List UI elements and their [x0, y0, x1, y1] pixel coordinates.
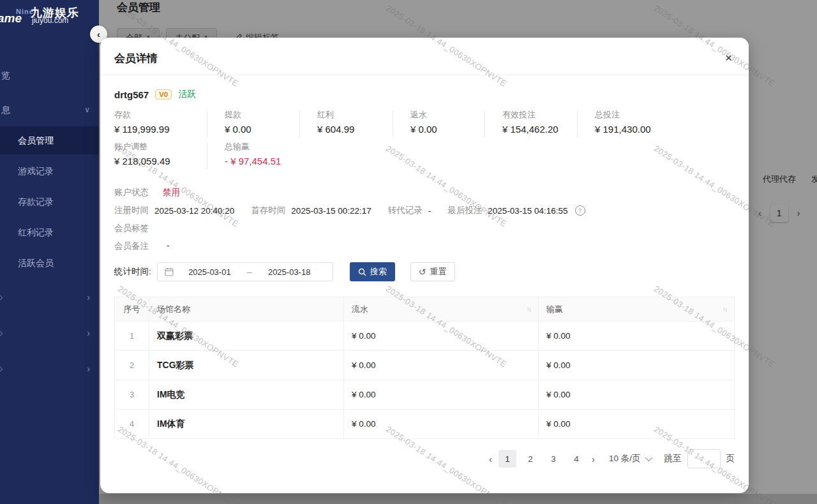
cell-venue: IM电竞 — [149, 380, 344, 410]
table-header-row: 序号 场馆名称 流水 ↑↓ 输赢 ↑↓ — [115, 297, 735, 322]
stats-time-label: 统计时间: — [114, 266, 151, 278]
chevron-right-icon: › — [87, 283, 90, 311]
jump-suffix: 页 — [726, 453, 735, 464]
stat-bonus: 红利 ¥ 604.99 — [317, 109, 410, 135]
sidebar-item-game-records[interactable]: 游戏记录 — [0, 157, 99, 185]
member-tags-row: 会员标签 — [114, 223, 163, 234]
sidebar-item-deposit-records[interactable]: 存款记录 — [0, 188, 99, 216]
stat-label: 存款 — [114, 109, 225, 121]
info-label: 最后投注 — [447, 205, 482, 216]
stat-value: ¥ 191,430.00 — [595, 124, 735, 135]
prev-page-icon[interactable]: ‹ — [488, 454, 493, 464]
member-level-badge: V0 — [155, 89, 172, 100]
tags-label: 会员标签 — [114, 223, 149, 234]
search-button[interactable]: 搜索 — [350, 262, 395, 281]
header-winloss: 输赢 ↑↓ — [539, 297, 735, 322]
cell-winloss: ¥ 0.00 — [539, 322, 735, 351]
date-end-value[interactable]: 2025-03-18 — [253, 267, 326, 277]
cell-turnover: ¥ 0.00 — [344, 351, 539, 380]
sidebar-item-member-info-label: 息 — [1, 100, 10, 120]
table-row: 3 IM电竞 ¥ 0.00 ¥ 0.00 — [115, 380, 735, 410]
sort-icon[interactable]: ↑↓ — [723, 306, 726, 313]
member-stats-grid: 存款 ¥ 119,999.99 提款 ¥ 0.00 红利 ¥ 604.99 返水… — [114, 109, 735, 167]
page-4[interactable]: 4 — [567, 450, 585, 468]
menu-icon: ◇ — [0, 355, 3, 383]
search-icon — [358, 268, 366, 276]
logo-domain: jiuyou.com — [32, 16, 68, 25]
page-1[interactable]: 1 — [498, 450, 516, 468]
chevron-right-icon: › — [87, 319, 90, 347]
stat-rebate: 返水 ¥ 0.00 — [410, 109, 502, 135]
sidebar-item-active-members[interactable]: 活跃会员 — [0, 249, 99, 277]
date-range-picker[interactable]: 2025-03-01 – 2025-03-18 — [157, 262, 333, 281]
member-detail-modal: 会员详情 × drtg567 V0 活跃 存款 ¥ 119,999.99 提款 … — [100, 38, 749, 493]
sidebar-item-member-management[interactable]: 会员管理 — [0, 126, 99, 154]
notes-value: - — [167, 241, 170, 252]
member-status-badge: 活跃 — [178, 89, 196, 100]
info-value: 2025-03-15 04:16:55 — [488, 206, 567, 216]
cell-no: 3 — [115, 380, 149, 410]
stat-value: ¥ 154,462.20 — [502, 124, 595, 135]
stat-label: 总输赢 — [225, 141, 317, 152]
page-2[interactable]: 2 — [521, 450, 539, 468]
jump-label: 跳至 — [664, 453, 682, 464]
jump-page-input[interactable] — [687, 449, 721, 468]
screen: 会员管理 全部 1 未分配 1 编辑标签 情 代理代存 发 ‹ 1 › — [0, 0, 817, 504]
cell-venue: 双赢彩票 — [149, 322, 344, 351]
cell-turnover: ¥ 0.00 — [344, 322, 539, 351]
reset-button[interactable]: ↺ 重置 — [410, 262, 455, 281]
sidebar-collapsed-group: ◇ › ◇ › ◇ › — [0, 283, 99, 390]
sidebar-item-bonus-records[interactable]: 红利记录 — [0, 218, 99, 246]
info-label: 注册时间 — [114, 205, 149, 216]
info-circle-icon[interactable]: ? — [575, 205, 585, 216]
header-winloss-label: 输赢 — [546, 304, 563, 315]
page-3[interactable]: 3 — [544, 450, 562, 468]
stat-total-winloss: 总输赢 - ¥ 97,454.51 — [225, 141, 317, 167]
cell-no: 4 — [115, 410, 149, 439]
sidebar-submenu: 会员管理 游戏记录 存款记录 红利记录 活跃会员 — [0, 126, 99, 279]
stat-label: 总投注 — [595, 109, 735, 121]
info-value: 2025-03-12 20:40:20 — [154, 206, 234, 216]
sidebar-item-member-info[interactable]: 息 ∨ — [0, 100, 99, 120]
stat-withdrawal: 提款 ¥ 0.00 — [225, 109, 317, 135]
sidebar-item-collapsed-1[interactable]: ◇ › — [0, 283, 99, 311]
logo-en-bottom: ame — [0, 11, 22, 26]
sort-icon[interactable]: ↑↓ — [527, 306, 530, 313]
info-last-bet: 最后投注 2025-03-15 04:16:55 ? — [447, 205, 585, 216]
stat-value: ¥ 0.00 — [410, 124, 502, 135]
modal-header: 会员详情 × — [100, 38, 749, 75]
sidebar-item-collapsed-3[interactable]: ◇ › — [0, 355, 99, 383]
sidebar-item-label: 游戏记录 — [18, 166, 54, 176]
date-range-separator: – — [246, 267, 253, 277]
cell-no: 1 — [115, 322, 149, 351]
chevron-down-icon — [645, 454, 652, 461]
chevron-down-icon: ∨ — [84, 100, 90, 120]
sidebar-item-collapsed-2[interactable]: ◇ › — [0, 319, 99, 347]
cell-turnover: ¥ 0.00 — [344, 380, 539, 410]
sidebar-item-label: 存款记录 — [18, 196, 54, 207]
date-start-value[interactable]: 2025-03-01 — [174, 267, 246, 277]
sidebar-item-label: 活跃会员 — [18, 258, 54, 268]
cell-turnover: ¥ 0.00 — [344, 410, 539, 439]
sidebar-item-overview-label: 览 — [1, 65, 10, 85]
stat-label: 有效投注 — [502, 109, 595, 121]
next-page-icon[interactable]: › — [590, 454, 596, 464]
info-label: 转代记录 — [388, 205, 423, 216]
sidebar-item-label: 会员管理 — [18, 135, 54, 145]
cell-winloss: ¥ 0.00 — [539, 380, 735, 410]
chevron-right-icon: › — [87, 355, 90, 383]
close-icon[interactable]: × — [725, 52, 732, 64]
table-row: 1 双赢彩票 ¥ 0.00 ¥ 0.00 — [115, 322, 735, 351]
table-row: 2 TCG彩票 ¥ 0.00 ¥ 0.00 — [115, 351, 735, 380]
page-size-select[interactable]: 10 条/页 — [609, 453, 650, 464]
app-logo: Nine ame 九游娱乐 jiuyou.com — [0, 0, 99, 61]
stat-label: 账户调整 — [114, 141, 225, 152]
stat-valid-bets: 有效投注 ¥ 154,462.20 — [502, 109, 595, 135]
info-first-deposit-time: 首存时间 2025-03-15 00:22:17 — [251, 205, 371, 216]
calendar-icon — [165, 267, 174, 276]
sidebar-item-overview[interactable]: 览 — [0, 65, 99, 85]
member-info-row: 注册时间 2025-03-12 20:40:20 首存时间 2025-03-15… — [114, 205, 585, 216]
info-label: 首存时间 — [251, 205, 285, 216]
account-status-value: 禁用 — [163, 187, 180, 198]
cell-winloss: ¥ 0.00 — [539, 351, 735, 380]
